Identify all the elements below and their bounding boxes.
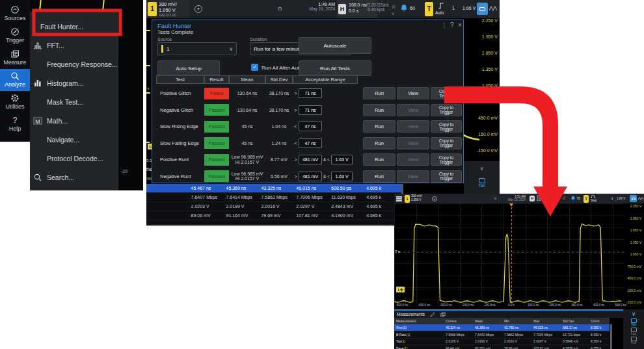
favorites-icon[interactable]: ☆ — [562, 196, 566, 201]
dialog-close-icon[interactable]: × — [458, 21, 462, 29]
limit-input-2[interactable]: 1.63 V — [331, 155, 353, 164]
sidebar-item-sources[interactable]: Sources — [0, 3, 30, 25]
run-all-tests-button[interactable]: Run All Tests — [299, 60, 371, 76]
zone-touch-icon[interactable] — [630, 195, 637, 202]
sidebar-item-trigger[interactable]: Trigger — [0, 25, 30, 47]
copy-to-trigger-button[interactable]: Copy toTrigger — [431, 137, 462, 149]
source-dropdown[interactable]: 1 ∨ — [157, 42, 237, 55]
waveform-type-icon[interactable] — [638, 196, 643, 201]
trigger-level-marker[interactable]: T ▸ — [395, 249, 400, 253]
view-button[interactable]: View — [397, 87, 429, 99]
run-button[interactable]: Run — [363, 104, 396, 116]
view-button[interactable]: View — [397, 170, 429, 183]
channel-1-badge[interactable]: 1 — [405, 195, 410, 203]
run-button[interactable]: Run — [363, 153, 396, 166]
limit-input[interactable]: 481 mV — [299, 155, 322, 164]
sidebar-item-measure[interactable]: Measure — [0, 47, 30, 69]
menu-item-protocol-decode[interactable]: Protocol Decode... — [30, 149, 118, 168]
measurement-row-b-rate[interactable]: B Rate(1)7.6407 Mbps7.6414 Mbps7.5862 Mb… — [146, 193, 401, 202]
trigger-time-marker[interactable] — [509, 203, 513, 207]
menu-item-navigate[interactable]: Navigate... — [30, 130, 118, 149]
menu-item-fault-hunter[interactable]: Fault Hunter... — [30, 17, 118, 36]
limit-input-2[interactable]: 1.63 V — [331, 172, 353, 181]
collapse-chevron-icon[interactable]: ∨ — [632, 311, 636, 317]
channel-1-badge[interactable]: 1 — [148, 2, 157, 16]
copy-icon[interactable] — [440, 312, 446, 317]
menu-item-fft[interactable]: FFT... — [30, 36, 118, 55]
measurement-value: 2.0203 V — [191, 204, 226, 209]
menu-item-search[interactable]: Search... — [30, 168, 118, 187]
table-scrollbar[interactable] — [610, 324, 612, 349]
bell-icon[interactable] — [400, 4, 408, 13]
menu-item-math[interactable]: MMath... — [30, 111, 118, 130]
test-row-negative-runt: Negative RuntPassedLow 96.985 mV Hi 2.01… — [152, 168, 463, 185]
bell-icon[interactable] — [570, 196, 576, 201]
measurement-row-base[interactable]: Base(1)89.06 mV91.164 mV79.69 mV107.81 m… — [146, 211, 401, 220]
limit-input[interactable]: 481 mV — [299, 172, 322, 181]
favorites-icon[interactable]: ☆ — [391, 3, 396, 10]
trigger-level-marker[interactable]: T — [147, 87, 150, 91]
brightness-icon[interactable]: ☼ — [493, 196, 497, 200]
measurement-row-rise[interactable]: Rise(1)45.324 ns45.369 ns42.780 ns49.015… — [394, 324, 610, 331]
copy-to-trigger-button[interactable]: Copy toTrigger — [431, 120, 462, 133]
brightness-icon[interactable]: ☼ — [276, 4, 283, 12]
zone-touch-icon[interactable] — [477, 3, 488, 15]
sidebar-item-analyze[interactable]: Analyze — [0, 69, 30, 91]
add-channel-icon[interactable]: + — [432, 196, 437, 201]
side-tab-full[interactable]: Full — [631, 337, 637, 344]
copy-to-trigger-button[interactable]: Copy toTrigger — [431, 170, 462, 183]
measurement-row-top[interactable]: Top(1)2.0203 V2.0199 V2.0016 V2.0297 V2.… — [146, 202, 401, 211]
limit-input[interactable]: 47 ns — [299, 122, 322, 131]
dialog-menu-icon[interactable]: ⋮ — [441, 21, 448, 29]
menu-item-mask-test[interactable]: Mask Test... — [30, 92, 118, 111]
limit-input[interactable]: 71 ns — [299, 105, 322, 115]
limit-input[interactable]: 47 ns — [299, 138, 322, 148]
run-button[interactable]: Run — [363, 87, 396, 99]
measurement-value: 3.5849 mV — [561, 339, 589, 343]
copy-to-trigger-button[interactable]: Copy toTrigger — [431, 153, 462, 166]
clock-date: May 19, 2024 — [300, 6, 335, 11]
measurement-row-top[interactable]: Top(1)2.0109 V2.0190 V2.0016 V2.0297 V3.… — [394, 339, 610, 346]
sidebar-item-utilities[interactable]: Utilities — [0, 91, 30, 113]
run-button[interactable]: Run — [363, 170, 396, 183]
edit-pencil-icon[interactable] — [430, 312, 435, 317]
menu-item-frequency-response[interactable]: Frequency Response... — [30, 55, 118, 73]
collapse-chevron-icon[interactable]: ∨ — [464, 165, 500, 172]
run-button[interactable]: Run — [363, 120, 396, 133]
side-tab-tab[interactable]: Tab — [631, 318, 637, 326]
hamburger-menu-icon[interactable] — [396, 196, 402, 198]
channel-scale: 300 mV/ — [159, 1, 177, 7]
tab-view-button[interactable]: Tab — [464, 178, 500, 188]
menu-item-histogram[interactable]: Histogram... — [30, 73, 118, 92]
measurement-row-rise[interactable]: Rise(1)45.467 ns45.369 ns43.325 ns49.015… — [146, 184, 401, 193]
test-name: Positive Glitch — [156, 90, 204, 96]
view-button[interactable]: View — [397, 120, 429, 133]
run-all-after-checkbox[interactable]: ✓ — [251, 64, 258, 71]
trigger-badge[interactable]: T — [584, 195, 589, 203]
view-button[interactable]: View — [397, 153, 429, 166]
run-button[interactable]: Run — [363, 137, 396, 149]
limit-input[interactable]: 71 ns — [299, 88, 322, 98]
measurement-row-base[interactable]: Base(1)98.44 mV92.201 mV79.69 mV107.81 m… — [394, 345, 610, 349]
channel-1-block[interactable]: 1 300 mV/ 1.050 V 1MΩ 10:1 DC — [146, 0, 189, 18]
auto-setup-button[interactable]: Auto Setup — [157, 60, 220, 76]
view-button[interactable]: View — [397, 104, 429, 116]
trigger-time-line — [511, 203, 512, 303]
dialog-help-icon[interactable]: ? — [450, 21, 454, 29]
sidebar-item-help[interactable]: ?Help — [0, 113, 30, 135]
trigger-badge[interactable]: T — [425, 2, 433, 16]
add-channel-icon[interactable]: + — [195, 5, 202, 13]
channel-1-trace — [394, 224, 621, 302]
autoscale-button[interactable]: Autoscale — [299, 37, 371, 54]
horizontal-badge[interactable]: H — [530, 196, 535, 201]
chevron-down-icon[interactable]: ∨ — [392, 11, 394, 16]
waveform-type-icon[interactable] — [489, 5, 497, 12]
zone-rect — [632, 198, 636, 200]
copy-to-trigger-button[interactable]: Copy toTrigger — [431, 87, 462, 99]
copy-to-trigger-button[interactable]: Copy toTrigger — [431, 104, 462, 116]
horizontal-badge[interactable]: H — [338, 4, 346, 14]
channel-ground-marker[interactable]: 1 — [396, 287, 405, 292]
measurement-row-b-rate[interactable]: B Rate(1)7.6568 Mbps7.6442 Mbps7.5862 Mb… — [394, 331, 610, 339]
side-tab-list[interactable]: List — [631, 328, 637, 335]
view-button[interactable]: View — [397, 137, 429, 149]
